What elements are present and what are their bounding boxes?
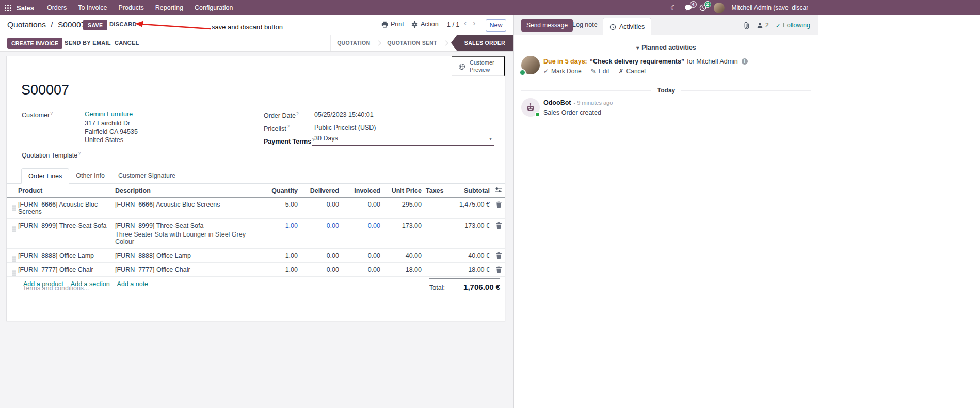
cell-quantity[interactable]: 1.00 bbox=[259, 219, 300, 232]
cell-invoiced[interactable]: 0.00 bbox=[341, 198, 382, 211]
user-name[interactable]: Mitchell Admin (save_discar bbox=[732, 4, 809, 11]
following-button[interactable]: ✓ Following bbox=[776, 22, 810, 29]
menu-to-invoice[interactable]: To Invoice bbox=[72, 0, 113, 15]
add-a-note-link[interactable]: Add a note bbox=[117, 280, 148, 288]
pager-counter[interactable]: 1 / 1 bbox=[447, 21, 459, 28]
stage-quotation-sent[interactable]: QUOTATION SENT bbox=[381, 35, 443, 51]
cell-description[interactable]: [FURN_6666] Acoustic Bloc Screens bbox=[113, 198, 259, 211]
cell-quantity[interactable]: 5.00 bbox=[259, 198, 300, 211]
order-line-row-4[interactable]: [FURN_7777] Office Chair [FURN_7777] Off… bbox=[7, 263, 505, 277]
messages-badge: 4 bbox=[690, 1, 697, 8]
activity-actions: ✓Mark Done ✎Edit ✗Cancel bbox=[543, 68, 646, 75]
drag-handle-icon[interactable] bbox=[7, 249, 16, 262]
payment-terms-field[interactable]: 30 Days ▾ bbox=[312, 133, 494, 146]
stage-sales-order[interactable]: SALES ORDER bbox=[451, 35, 513, 51]
cell-taxes[interactable] bbox=[424, 219, 453, 226]
cell-product[interactable]: [FURN_7777] Office Chair bbox=[16, 263, 113, 276]
user-avatar[interactable] bbox=[714, 3, 725, 13]
cell-unit-price[interactable]: 173.00 bbox=[382, 219, 424, 232]
menu-products[interactable]: Products bbox=[113, 0, 149, 15]
menu-configuration[interactable]: Configuration bbox=[189, 0, 238, 15]
pricelist-value[interactable]: Public Pricelist (USD) bbox=[314, 124, 376, 131]
cell-delivered[interactable]: 0.00 bbox=[300, 219, 341, 232]
apps-grid-icon[interactable] bbox=[5, 5, 11, 11]
create-invoice-button[interactable]: CREATE INVOICE bbox=[7, 38, 62, 49]
cancel-activity-button[interactable]: ✗Cancel bbox=[619, 68, 646, 75]
cell-delivered[interactable]: 0.00 bbox=[300, 198, 341, 211]
log-note-button[interactable]: Log note bbox=[572, 21, 598, 28]
cell-unit-price[interactable]: 18.00 bbox=[382, 263, 424, 276]
order-line-row-1[interactable]: [FURN_6666] Acoustic Bloc Screens [FURN_… bbox=[7, 198, 505, 219]
send-message-button[interactable]: Send message bbox=[521, 19, 573, 32]
cell-description[interactable]: [FURN_8999] Three-Seat SofaThree Seater … bbox=[113, 219, 259, 248]
drag-handle-icon[interactable] bbox=[7, 198, 16, 211]
cell-product[interactable]: [FURN_8999] Three-Seat Sofa bbox=[16, 219, 113, 232]
cancel-order-button[interactable]: CANCEL bbox=[115, 40, 139, 46]
print-button[interactable]: Print bbox=[381, 21, 404, 28]
send-by-email-button[interactable]: SEND BY EMAIL bbox=[65, 40, 111, 46]
edit-activity-button[interactable]: ✎Edit bbox=[591, 68, 609, 75]
cell-quantity[interactable]: 1.00 bbox=[259, 249, 300, 262]
attachments-button[interactable] bbox=[744, 22, 750, 29]
cell-description[interactable]: [FURN_7777] Office Chair bbox=[113, 263, 259, 276]
planned-activities-toggle[interactable]: ▾Planned activities bbox=[514, 44, 818, 51]
pager-previous-icon[interactable]: ‹ bbox=[464, 19, 467, 28]
followers-button[interactable]: 2 bbox=[757, 22, 769, 29]
cell-product[interactable]: [FURN_6666] Acoustic Bloc Screens bbox=[16, 198, 113, 218]
order-line-row-2[interactable]: [FURN_8999] Three-Seat Sofa [FURN_8999] … bbox=[7, 219, 505, 249]
activities-systray-icon[interactable]: 2 bbox=[699, 4, 706, 11]
menu-reporting[interactable]: Reporting bbox=[150, 0, 189, 15]
cell-invoiced[interactable]: 0.00 bbox=[341, 263, 382, 276]
cell-invoiced[interactable]: 0.00 bbox=[341, 219, 382, 232]
save-button[interactable]: SAVE bbox=[83, 20, 107, 30]
new-button[interactable]: New bbox=[486, 19, 506, 32]
delete-line-icon[interactable] bbox=[492, 219, 505, 232]
cell-delivered[interactable]: 0.00 bbox=[300, 249, 341, 262]
cell-taxes[interactable] bbox=[424, 263, 453, 270]
cell-quantity[interactable]: 1.00 bbox=[259, 263, 300, 276]
info-icon[interactable] bbox=[742, 58, 748, 65]
drag-handle-icon[interactable] bbox=[7, 263, 16, 276]
cell-product[interactable]: [FURN_8888] Office Lamp bbox=[16, 249, 113, 262]
cell-delivered[interactable]: 0.00 bbox=[300, 263, 341, 276]
tab-other-info[interactable]: Other Info bbox=[69, 168, 111, 183]
header-unit-price: Unit Price bbox=[382, 184, 424, 197]
app-brand[interactable]: Sales bbox=[17, 4, 34, 12]
order-date-value[interactable]: 05/25/2023 15:40:01 bbox=[314, 111, 374, 118]
tab-order-lines[interactable]: Order Lines bbox=[21, 168, 69, 184]
cell-taxes[interactable] bbox=[424, 249, 453, 256]
order-line-row-3[interactable]: [FURN_8888] Office Lamp [FURN_8888] Offi… bbox=[7, 249, 505, 263]
activities-tab[interactable]: Activities bbox=[603, 18, 651, 36]
chevron-down-icon[interactable]: ▾ bbox=[489, 136, 492, 142]
discard-button[interactable]: DISCARD bbox=[109, 21, 137, 27]
total-value: 1,706.00 € bbox=[463, 283, 500, 291]
drag-handle-icon[interactable] bbox=[7, 219, 16, 232]
terms-placeholder[interactable]: Terms and conditions... bbox=[23, 285, 89, 292]
cell-description[interactable]: [FURN_8888] Office Lamp bbox=[113, 249, 259, 262]
delete-line-icon[interactable] bbox=[492, 263, 505, 276]
customer-link[interactable]: Gemini Furniture bbox=[85, 111, 133, 118]
cell-invoiced[interactable]: 0.00 bbox=[341, 249, 382, 262]
menu-orders[interactable]: Orders bbox=[41, 0, 72, 15]
cell-taxes[interactable] bbox=[424, 198, 453, 205]
action-button[interactable]: Action bbox=[411, 21, 439, 28]
tab-customer-signature[interactable]: Customer Signature bbox=[111, 168, 182, 183]
breadcrumb-quotations[interactable]: Quotations bbox=[7, 20, 46, 29]
mark-done-button[interactable]: ✓Mark Done bbox=[543, 68, 582, 75]
date-divider: Today bbox=[514, 87, 818, 94]
delete-line-icon[interactable] bbox=[492, 198, 505, 211]
customer-preview-label: Customer Preview bbox=[470, 59, 496, 73]
messages-icon[interactable]: 4 bbox=[684, 4, 692, 11]
odoobot-avatar bbox=[521, 98, 540, 117]
customer-preview-button[interactable]: Customer Preview bbox=[452, 56, 505, 76]
breadcrumb: Quotations / S00007 bbox=[7, 20, 85, 29]
cell-unit-price[interactable]: 40.00 bbox=[382, 249, 424, 262]
delete-line-icon[interactable] bbox=[492, 249, 505, 262]
cell-unit-price[interactable]: 295.00 bbox=[382, 198, 424, 211]
quotation-template-label: Quotation Template? bbox=[22, 151, 81, 159]
pager-next-icon[interactable]: › bbox=[473, 19, 475, 28]
optional-columns-icon[interactable] bbox=[492, 184, 505, 196]
stage-quotation[interactable]: QUOTATION bbox=[331, 35, 376, 51]
dark-mode-moon-icon[interactable]: ☾ bbox=[670, 4, 677, 11]
message-timestamp: - 9 minutes ago bbox=[573, 100, 613, 106]
